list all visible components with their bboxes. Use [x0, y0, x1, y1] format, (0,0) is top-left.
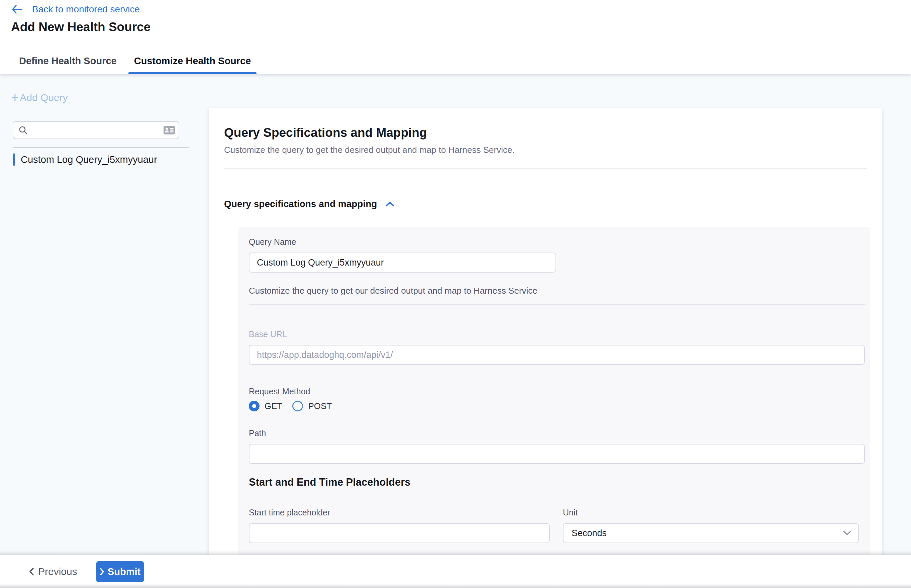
query-name-input[interactable] [249, 252, 556, 273]
start-time-input[interactable] [249, 523, 550, 543]
unit-label: Unit [563, 507, 859, 517]
query-spec-card: Query Specifications and Mapping Customi… [209, 108, 882, 555]
path-input[interactable] [249, 444, 865, 464]
previous-button[interactable]: Previous [29, 555, 77, 588]
base-url-input[interactable] [249, 345, 865, 365]
radio-post-label: POST [308, 401, 332, 411]
radio-option-get[interactable]: GET [249, 401, 282, 411]
request-method-label: Request Method [249, 386, 865, 396]
card-header: Query Specifications and Mapping Customi… [209, 108, 882, 169]
tab-define-health-source[interactable]: Define Health Source [13, 47, 123, 74]
path-label: Path [249, 428, 865, 438]
tab-label: Customize Health Source [134, 55, 251, 66]
add-query-button[interactable]: + Add Query [11, 92, 68, 104]
card-body: Query specifications and mapping Query N… [209, 199, 882, 555]
card-subtitle: Customize the query to get the desired o… [224, 144, 867, 155]
sidebar-divider [13, 147, 189, 148]
footer-action-bar: Previous Submit [0, 555, 911, 588]
tab-label: Define Health Source [19, 55, 117, 66]
plus-icon: + [11, 92, 19, 104]
start-time-label: Start time placeholder [249, 507, 550, 517]
start-time-field: Start time placeholder [249, 507, 550, 543]
unit-select[interactable]: Seconds [563, 523, 859, 543]
collapsible-section-header[interactable]: Query specifications and mapping [224, 199, 867, 209]
query-item-label: Custom Log Query_i5xmyyuaur [21, 154, 157, 165]
chevron-down-icon [843, 530, 851, 536]
top-header: Back to monitored service Add New Health… [0, 0, 911, 47]
arrow-left-icon [11, 4, 23, 15]
chevron-right-icon [100, 568, 104, 576]
query-name-label: Query Name [249, 237, 865, 247]
radio-option-post[interactable]: POST [292, 401, 332, 411]
chevron-left-icon [29, 567, 34, 576]
radio-unselected-icon[interactable] [292, 401, 303, 411]
radio-selected-icon[interactable] [249, 401, 260, 411]
query-name-helper-text: Customize the query to get our desired o… [249, 285, 865, 296]
search-icon [18, 125, 28, 135]
query-search-box[interactable] [13, 121, 179, 139]
submit-button[interactable]: Submit [96, 561, 144, 582]
base-url-label: Base URL [249, 329, 865, 339]
back-to-monitored-service-link[interactable]: Back to monitored service [11, 4, 140, 15]
tab-bar: Define Health Source Customize Health So… [0, 47, 911, 74]
time-placeholders-heading: Start and End Time Placeholders [249, 476, 865, 489]
page-title: Add New Health Source [11, 20, 150, 34]
query-list-item-selected[interactable]: Custom Log Query_i5xmyyuaur [13, 153, 157, 166]
card-title: Query Specifications and Mapping [224, 125, 867, 141]
section-title: Query specifications and mapping [224, 199, 377, 209]
tab-customize-health-source[interactable]: Customize Health Source [128, 47, 257, 74]
unit-field: Unit Seconds [563, 507, 859, 543]
query-form-panel: Query Name Customize the query to get ou… [238, 227, 870, 555]
form-divider [249, 497, 865, 498]
request-method-radio-group: GET POST [249, 401, 865, 411]
card-header-divider [224, 169, 867, 169]
content-area: + Add Query Custom Log Query_i5xmyyuaur … [0, 74, 911, 555]
submit-button-label: Submit [108, 566, 141, 577]
form-divider [249, 304, 865, 305]
chevron-up-icon[interactable] [385, 201, 395, 207]
time-placeholder-row: Start time placeholder Unit Seconds [249, 507, 865, 543]
previous-button-label: Previous [38, 566, 77, 577]
selected-indicator-bar [13, 153, 15, 166]
search-input[interactable] [31, 125, 163, 136]
back-link-label: Back to monitored service [32, 4, 140, 15]
add-query-label: Add Query [20, 92, 68, 103]
radio-get-label: GET [265, 401, 282, 411]
contact-card-icon[interactable] [163, 125, 175, 135]
unit-select-value: Seconds [572, 528, 607, 538]
